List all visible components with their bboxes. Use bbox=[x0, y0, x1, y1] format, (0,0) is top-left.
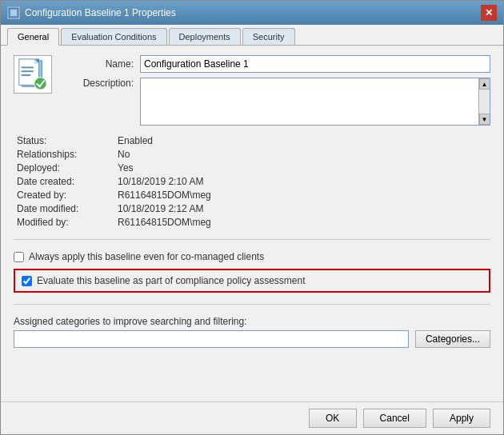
document-icon bbox=[14, 55, 52, 94]
status-value: Enabled bbox=[118, 135, 490, 146]
name-input[interactable] bbox=[140, 55, 490, 73]
scroll-up-button[interactable]: ▲ bbox=[479, 78, 490, 90]
scroll-down-button[interactable]: ▼ bbox=[479, 114, 490, 125]
form-fields: Name: Description: ▲ ▼ bbox=[62, 55, 490, 126]
svg-point-9 bbox=[34, 78, 46, 90]
date-created-value: 10/18/2019 2:10 AM bbox=[118, 176, 490, 187]
name-row: Name: bbox=[62, 55, 490, 73]
categories-section: Assigned categories to improve searching… bbox=[14, 316, 490, 348]
title-bar: Configuration Baseline 1 Properties ✕ bbox=[1, 1, 503, 25]
status-label: Status: bbox=[14, 135, 118, 146]
info-section: Status: Enabled Relationships: No Deploy… bbox=[14, 135, 490, 228]
top-section: Name: Description: ▲ ▼ bbox=[14, 55, 490, 126]
ok-button[interactable]: OK bbox=[309, 409, 357, 428]
evaluate-highlight-box: Evaluate this baseline as part of compli… bbox=[14, 269, 490, 293]
relationships-value: No bbox=[118, 149, 490, 160]
scrollbar-vertical[interactable]: ▲ ▼ bbox=[478, 78, 490, 125]
relationships-label: Relationships: bbox=[14, 149, 118, 160]
window-icon bbox=[7, 6, 20, 19]
main-content: Name: Description: ▲ ▼ Status: bbox=[1, 46, 503, 401]
date-modified-label: Date modified: bbox=[14, 203, 118, 214]
modified-by-value: R61164815DOM\meg bbox=[118, 217, 490, 228]
description-label: Description: bbox=[62, 78, 134, 89]
separator-1 bbox=[14, 239, 490, 240]
deployed-value: Yes bbox=[118, 162, 490, 174]
separator-2 bbox=[14, 304, 490, 305]
description-input[interactable] bbox=[141, 78, 490, 125]
svg-rect-6 bbox=[22, 66, 34, 68]
date-created-label: Date created: bbox=[14, 176, 118, 187]
title-bar-left: Configuration Baseline 1 Properties bbox=[7, 6, 176, 19]
window-title: Configuration Baseline 1 Properties bbox=[25, 7, 176, 18]
modified-by-label: Modified by: bbox=[14, 217, 118, 228]
tab-evaluation[interactable]: Evaluation Conditions bbox=[61, 28, 166, 45]
always-apply-row: Always apply this baseline even for co-m… bbox=[14, 251, 490, 262]
evaluate-label[interactable]: Evaluate this baseline as part of compli… bbox=[37, 275, 306, 286]
created-by-label: Created by: bbox=[14, 190, 118, 201]
description-container: ▲ ▼ bbox=[140, 78, 490, 126]
date-modified-value: 10/18/2019 2:12 AM bbox=[118, 203, 490, 214]
categories-input[interactable] bbox=[14, 330, 409, 348]
categories-label: Assigned categories to improve searching… bbox=[14, 316, 490, 327]
cancel-button[interactable]: Cancel bbox=[363, 409, 426, 428]
svg-rect-1 bbox=[10, 10, 17, 16]
categories-button[interactable]: Categories... bbox=[415, 330, 490, 348]
always-apply-label[interactable]: Always apply this baseline even for co-m… bbox=[29, 251, 264, 262]
apply-button[interactable]: Apply bbox=[433, 409, 490, 428]
svg-rect-8 bbox=[22, 74, 30, 76]
categories-row: Categories... bbox=[14, 330, 490, 348]
deployed-label: Deployed: bbox=[14, 162, 118, 174]
svg-rect-7 bbox=[22, 70, 34, 72]
tab-general[interactable]: General bbox=[7, 28, 59, 46]
main-window: Configuration Baseline 1 Properties ✕ Ge… bbox=[0, 0, 504, 435]
tab-bar: General Evaluation Conditions Deployment… bbox=[1, 25, 503, 46]
created-by-value: R61164815DOM\meg bbox=[118, 190, 490, 201]
name-label: Name: bbox=[62, 58, 134, 70]
footer: OK Cancel Apply bbox=[1, 401, 503, 434]
tab-security[interactable]: Security bbox=[242, 28, 295, 45]
always-apply-checkbox[interactable] bbox=[14, 252, 24, 262]
description-row: Description: ▲ ▼ bbox=[62, 78, 490, 126]
evaluate-checkbox[interactable] bbox=[22, 276, 32, 286]
close-button[interactable]: ✕ bbox=[481, 5, 497, 21]
tab-deployments[interactable]: Deployments bbox=[169, 28, 241, 45]
